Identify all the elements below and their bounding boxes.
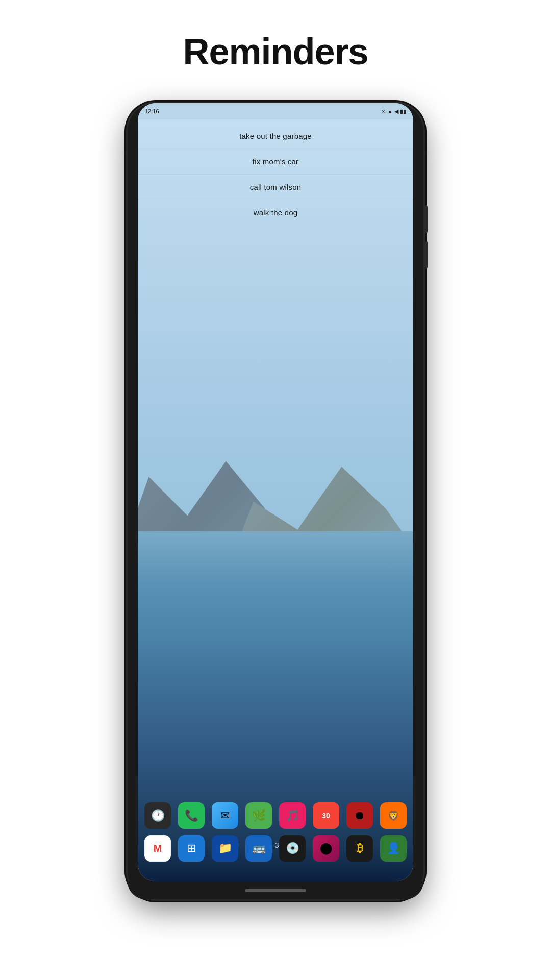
- app-badge[interactable]: ⬤: [313, 835, 339, 862]
- app-music[interactable]: 🎵: [279, 802, 306, 829]
- status-bar-time: 12:16: [145, 108, 159, 114]
- app-frp[interactable]: 🌿: [245, 802, 272, 829]
- app-gmail-alt[interactable]: ✉: [212, 802, 238, 829]
- phone-bottom-bar: [128, 881, 423, 899]
- app-brave[interactable]: 🦁: [380, 802, 407, 829]
- reminder-item-2[interactable]: fix mom's car: [138, 149, 413, 175]
- app-files[interactable]: 📁: [212, 835, 238, 862]
- app-calendar[interactable]: 30: [313, 802, 339, 829]
- app-dock: 🕐 📞 ✉ 🌿 🎵 30 ⏺ 🦁 M ⊞ 📁 🚌 💿 ⬤ ₿ 👤: [138, 797, 413, 881]
- reminder-widget: take out the garbage fix mom's car call …: [138, 124, 413, 225]
- app-calculator[interactable]: ⊞: [178, 835, 205, 862]
- app-klack[interactable]: 🕐: [144, 802, 171, 829]
- volume-down-button: [423, 241, 428, 269]
- app-vinyl[interactable]: 💿: [279, 835, 306, 862]
- home-indicator: [245, 889, 306, 892]
- app-binance[interactable]: ₿: [346, 835, 373, 862]
- reminder-item-1[interactable]: take out the garbage: [138, 124, 413, 149]
- app-row-1: 🕐 📞 ✉ 🌿 🎵 30 ⏺ 🦁: [144, 802, 407, 829]
- app-anon[interactable]: 👤: [380, 835, 407, 862]
- phone-shell: 12:16 ⊙ ▲ ◀ ▮▮ take out the garbage fix …: [128, 103, 423, 899]
- app-transit[interactable]: 🚌: [245, 835, 272, 862]
- phone-screen: 12:16 ⊙ ▲ ◀ ▮▮ take out the garbage fix …: [138, 103, 413, 881]
- reminder-item-4[interactable]: walk the dog: [138, 200, 413, 225]
- status-bar: 12:16 ⊙ ▲ ◀ ▮▮: [138, 103, 413, 119]
- app-gmail[interactable]: M: [144, 835, 171, 862]
- app-recorder[interactable]: ⏺: [346, 802, 373, 829]
- app-row-2: M ⊞ 📁 🚌 💿 ⬤ ₿ 👤: [144, 835, 407, 862]
- page-title: Reminders: [183, 31, 368, 72]
- volume-up-button: [423, 205, 428, 233]
- status-bar-icons: ⊙ ▲ ◀ ▮▮: [381, 108, 406, 115]
- reminder-item-3[interactable]: call tom wilson: [138, 175, 413, 200]
- app-phone[interactable]: 📞: [178, 802, 205, 829]
